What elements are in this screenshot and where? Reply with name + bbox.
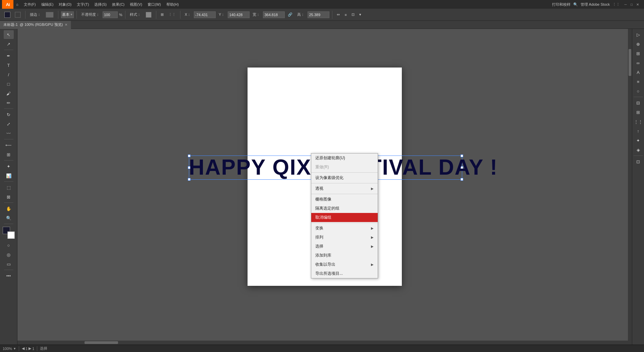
ctx-perspective[interactable]: 透视 ▶ xyxy=(311,184,378,193)
fill-swatch[interactable] xyxy=(3,11,12,19)
right-panel-btn-6[interactable]: ≡ xyxy=(633,77,643,86)
nav-next-button[interactable]: ▶ xyxy=(29,346,31,351)
paintbrush-tool[interactable]: 🖌 xyxy=(4,89,14,98)
ctx-rasterize[interactable]: 栅格图像 xyxy=(311,195,378,204)
right-panel-btn-13[interactable]: ◈ xyxy=(633,145,643,154)
menu-object[interactable]: 对象(O) xyxy=(56,0,74,9)
drawing-mode-icon[interactable]: ◎ xyxy=(4,250,14,259)
direct-selection-tool[interactable]: ↗ xyxy=(4,40,14,48)
pen-tool[interactable]: ✒ xyxy=(4,51,14,60)
zoom-tool[interactable]: 🔍 xyxy=(4,214,14,222)
horizontal-scroll-thumb[interactable] xyxy=(85,341,118,344)
opacity-input[interactable] xyxy=(103,11,118,18)
ctx-undo[interactable]: 还原创建轮廓(U) xyxy=(311,153,378,163)
free-transform-tool[interactable]: ⊞ xyxy=(4,150,14,159)
ctx-select[interactable]: 选择 ▶ xyxy=(311,242,378,251)
ctx-redo[interactable]: 重做(R) xyxy=(311,163,378,172)
stroke-weight-input[interactable] xyxy=(44,11,55,19)
symbol-sprayer-tool[interactable]: ✦ xyxy=(4,162,14,171)
print-label[interactable]: 打印和校样 xyxy=(552,2,571,7)
menu-help[interactable]: 帮助(H) xyxy=(164,0,181,9)
shape-tool[interactable]: □ xyxy=(4,80,14,88)
screen-mode-icon[interactable]: ▭ xyxy=(4,260,14,268)
doc-tab[interactable]: 未标题-1 @ 100% (RGB/GPU 预览) ✕ xyxy=(0,21,71,29)
scale-tool[interactable]: ⤢ xyxy=(4,120,14,128)
transform-icon[interactable]: ⇔ xyxy=(335,11,341,19)
more-tools[interactable]: ••• xyxy=(4,271,14,280)
status-div-2 xyxy=(37,346,37,351)
menu-select[interactable]: 选择(S) xyxy=(92,0,109,9)
x-input[interactable] xyxy=(194,11,216,18)
right-panel-btn-7[interactable]: ○ xyxy=(633,87,643,95)
ctx-add-to-library[interactable]: 添加到库 xyxy=(311,251,378,260)
close-tab-button[interactable]: ✕ xyxy=(65,23,67,27)
line-tool[interactable]: / xyxy=(4,70,14,79)
menu-window[interactable]: 窗口(W) xyxy=(145,0,164,9)
color-swatches[interactable] xyxy=(3,227,15,239)
width-tool[interactable]: ⟵ xyxy=(4,141,14,149)
pencil-tool[interactable]: ✏ xyxy=(4,98,14,107)
vertical-scrollbar[interactable] xyxy=(628,29,632,345)
y-input[interactable] xyxy=(228,11,250,18)
canvas-area[interactable]: HAPPY QIXI FESTIVAL DAY ! 还原创建轮廓(U) 重做(R… xyxy=(17,29,632,345)
artboard-tool[interactable]: ⬚ xyxy=(4,183,14,192)
right-panel-btn-11[interactable]: ↑ xyxy=(633,127,643,135)
stroke-swatch[interactable] xyxy=(13,11,22,19)
opacity-label: 不透明度： xyxy=(79,11,101,19)
align-distribute-icon[interactable]: ≡ xyxy=(343,11,348,19)
right-panel-btn-10[interactable]: ⋮⋮ xyxy=(633,117,643,126)
normal-mode-icon[interactable]: ○ xyxy=(4,241,14,250)
ctx-ungroup[interactable]: 取消编组 xyxy=(311,213,378,222)
lock-icon[interactable]: 🔗 xyxy=(286,11,294,19)
ctx-arrange[interactable]: 排列 ▶ xyxy=(311,233,378,242)
more-options-icon[interactable]: ▾ xyxy=(358,11,363,19)
top-bar-right: 打印和校样 🔍 管理 Adobe Stock ⋮⋮ ─ □ ✕ xyxy=(552,1,641,7)
selection-tool[interactable]: ↖ xyxy=(4,30,14,39)
ctx-isolate-group[interactable]: 隔离选定的组 xyxy=(311,204,378,213)
menu-edit[interactable]: 编辑(E) xyxy=(39,0,56,9)
type-tool[interactable]: T xyxy=(4,61,14,70)
column-graph-tool[interactable]: 📊 xyxy=(4,171,14,180)
ctx-transform[interactable]: 变换 ▶ xyxy=(311,224,378,233)
menu-view[interactable]: 视图(V) xyxy=(127,0,145,9)
warp-tool[interactable]: 〰 xyxy=(4,129,14,138)
fill-type-dropdown[interactable]: 基本 ▼ xyxy=(61,11,74,18)
ctx-pixel-perfect[interactable]: 设为像素级优化 xyxy=(311,173,378,182)
menu-text[interactable]: 文字(T) xyxy=(74,0,92,9)
workspace-icon[interactable]: ⋮⋮ xyxy=(612,2,620,7)
height-input[interactable] xyxy=(308,11,329,18)
close-button[interactable]: ✕ xyxy=(635,1,641,7)
zoom-level[interactable]: 100% ▼ xyxy=(3,347,16,351)
menu-file[interactable]: 文件(F) xyxy=(21,0,39,9)
right-panel-btn-3[interactable]: ⊞ xyxy=(633,49,643,58)
right-panel-btn-5[interactable]: A xyxy=(633,68,643,77)
right-panel-btn-14[interactable]: ⊡ xyxy=(633,157,643,166)
right-panel-btn-2[interactable]: ⊕ xyxy=(633,40,643,48)
right-panel-btn-1[interactable]: ▷ xyxy=(633,30,643,39)
align-icon[interactable]: ⊞ xyxy=(159,11,165,19)
menu-bar: ⌂ 文件(F) 编辑(E) 对象(O) 文字(T) 选择(S) 效果(C) 视图… xyxy=(13,0,552,9)
menu-home-icon[interactable]: ⌂ xyxy=(13,0,21,9)
background-color[interactable] xyxy=(7,231,15,239)
right-panel-btn-12[interactable]: ✦ xyxy=(633,136,643,145)
grid-icon[interactable]: ⋮⋮ xyxy=(167,11,177,19)
minimize-button[interactable]: ─ xyxy=(623,1,629,7)
ctx-export-selected[interactable]: 导出所选项目... xyxy=(311,269,378,278)
style-preview[interactable] xyxy=(144,11,153,19)
horizontal-scrollbar[interactable] xyxy=(17,341,628,345)
user-label[interactable]: 管理 Adobe Stock xyxy=(581,2,610,7)
rotate-tool[interactable]: ↻ xyxy=(4,110,14,119)
vertical-scroll-thumb[interactable] xyxy=(629,49,631,76)
right-panel-btn-9[interactable]: ⊞ xyxy=(633,108,643,117)
pathfinder-icon[interactable]: ⊡ xyxy=(350,11,356,19)
slice-tool[interactable]: ⊠ xyxy=(4,192,14,201)
nav-prev-button[interactable]: ◀ xyxy=(22,346,24,351)
menu-effect[interactable]: 效果(C) xyxy=(109,0,127,9)
width-input[interactable] xyxy=(263,11,285,18)
ctx-collect-export[interactable]: 收集以导出 ▶ xyxy=(311,260,378,269)
hand-tool[interactable]: ✋ xyxy=(4,204,14,213)
right-panel-btn-8[interactable]: ⊟ xyxy=(633,98,643,107)
zoom-dropdown-icon: ▼ xyxy=(13,347,16,350)
right-panel-btn-4[interactable]: ∞ xyxy=(633,58,643,67)
maximize-button[interactable]: □ xyxy=(629,1,635,7)
